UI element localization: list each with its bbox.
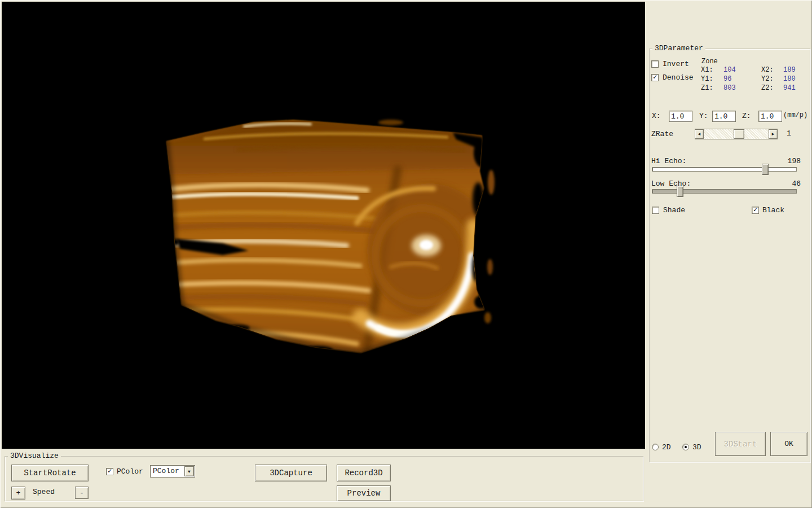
radio-dot [685,446,687,448]
denoise-label: Denoise [663,73,694,82]
render-viewport[interactable] [2,2,645,449]
hi-echo-label: Hi Echo: [651,157,686,165]
zone-z2-value: 941 [783,84,796,92]
scale-x-label: X: [652,112,661,120]
visualize-group-title: 3DVisualize [8,452,61,460]
preview-button[interactable]: Preview [337,485,391,501]
zone-x1-label: X1: [701,66,713,74]
checkmark-icon: ✓ [752,207,758,213]
mode-3d-label: 3D [692,443,701,452]
shade-label: Shade [663,206,685,214]
zrate-value: 1 [787,129,791,138]
speed-label: Speed [33,488,55,496]
start3d-button[interactable]: 3DStart [715,432,766,456]
start-rotate-button[interactable]: StartRotate [11,465,89,481]
denoise-checkbox[interactable]: ✓ [651,74,659,81]
scale-y-input[interactable] [712,111,736,122]
zrate-label: ZRate [651,130,673,138]
black-checkbox[interactable]: ✓ [752,207,759,214]
mode-3d-radio[interactable] [682,444,689,450]
zrate-scroll-right-icon[interactable]: ► [769,129,778,139]
ok-button[interactable]: OK [770,432,807,456]
mode-2d-radio[interactable] [652,444,659,450]
zrate-scrollbar[interactable]: ◄ ► [695,129,778,139]
speed-minus-button[interactable]: - [75,487,89,499]
zone-y2-value: 180 [783,75,796,83]
capture3d-button[interactable]: 3DCapture [255,465,327,481]
low-echo-label: Low Echo: [651,179,691,188]
record3d-button[interactable]: Record3D [337,465,391,481]
hi-echo-slider-thumb[interactable] [762,164,769,175]
zone-y2-label: Y2: [761,75,774,83]
scale-x-input[interactable] [669,111,692,122]
zone-z2-label: Z2: [761,84,774,92]
checkmark-icon: ✓ [107,468,113,475]
parameter-group-title: 3DParameter [652,45,705,52]
scale-z-input[interactable] [758,111,782,122]
pcolor-dropdown-value: PColor [153,467,179,476]
zone-y1-value: 96 [723,75,731,83]
speed-plus-button[interactable]: + [11,487,25,500]
invert-label: Invert [663,60,689,68]
low-echo-slider[interactable] [652,189,797,194]
black-label: Black [762,206,784,214]
zone-label: Zone [701,58,718,65]
low-echo-slider-thumb[interactable] [677,186,683,197]
scale-y-label: Y: [699,112,708,120]
zone-y1-label: Y1: [701,75,713,83]
pcolor-label: PColor [117,467,143,476]
scale-unit-label: (mm/p) [783,111,807,119]
zone-z1-value: 803 [723,84,736,92]
zone-x2-label: X2: [761,66,774,74]
hi-echo-slider[interactable] [652,167,797,172]
scale-z-label: Z: [742,112,751,120]
mode-2d-label: 2D [662,443,671,452]
chevron-down-icon[interactable]: ▼ [184,466,194,476]
volume-render [2,2,645,449]
pcolor-dropdown[interactable]: PColor ▼ [150,465,195,478]
zone-x2-value: 189 [783,66,796,74]
invert-checkbox[interactable] [651,60,659,68]
zone-z1-label: Z1: [701,84,713,92]
hi-echo-value: 198 [775,157,801,165]
zrate-scroll-left-icon[interactable]: ◄ [695,129,704,139]
zone-x1-value: 104 [723,66,736,74]
app-window: 3DParameter Invert ✓ Denoise Zone X1: 10… [0,0,812,508]
zrate-scrollbar-thumb[interactable] [734,129,744,139]
pcolor-checkbox[interactable]: ✓ [106,468,113,475]
shade-checkbox[interactable] [652,207,659,214]
checkmark-icon: ✓ [652,75,658,81]
low-echo-value: 46 [775,179,801,188]
